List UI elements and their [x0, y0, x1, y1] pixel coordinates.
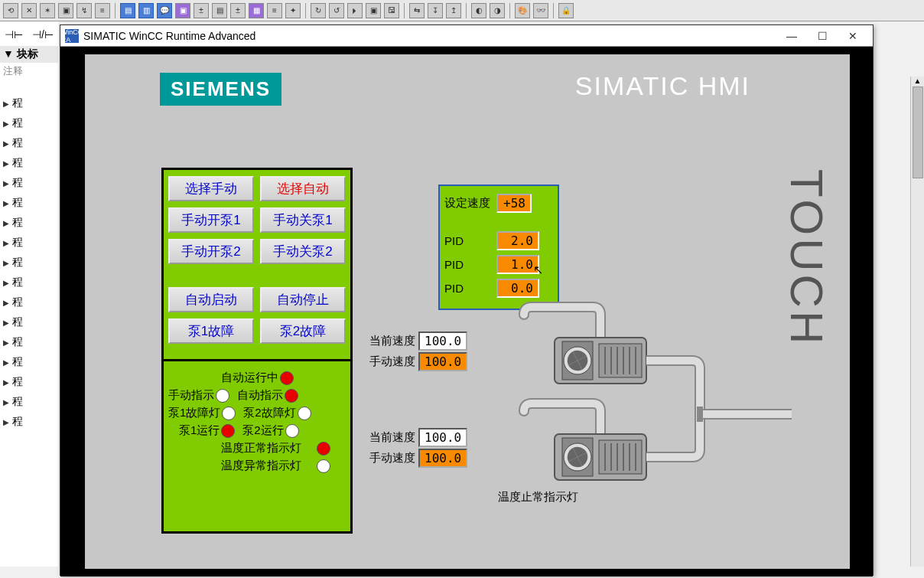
block-tree: ▼ 块标 注释 ▶程 ▶程 ▶程 ▶程 ▶程 ▶程 ▶程 ▶程 ▶程 ▶程 ▶程…	[0, 46, 58, 567]
pump1-manspeed-field[interactable]: 100.0	[418, 352, 467, 371]
ruler: ⊣⊢ ⊣/⊢	[0, 21, 58, 47]
temp-normal-label: 温度正常指示灯	[221, 441, 301, 456]
manual-close-pump2-button[interactable]: 手动关泵2	[260, 239, 346, 264]
tool-icon[interactable]: 💬	[157, 3, 172, 18]
tree-item[interactable]: ▶程	[0, 412, 58, 432]
tree-item[interactable]: ▶程	[0, 93, 58, 113]
auto-ind-led	[285, 389, 298, 403]
set-speed-field[interactable]: +58	[496, 194, 532, 213]
tool-icon[interactable]: ▣	[58, 3, 73, 18]
temp-status-label: 温度止常指示灯	[498, 490, 578, 505]
tool-icon[interactable]: ▣	[175, 3, 190, 18]
tool-icon[interactable]: ▤	[212, 3, 227, 18]
tree-item[interactable]: ▶程	[0, 113, 58, 133]
tool-icon[interactable]: ±	[194, 3, 209, 18]
minimize-button[interactable]: ―	[776, 27, 807, 45]
status-row: 泵1故障灯 泵2故障灯	[168, 404, 346, 422]
pid-p-field[interactable]: 2.0	[496, 231, 539, 250]
pump1-fault-lamp-label: 泵1故障灯	[168, 406, 220, 420]
pump2-fault-led	[298, 407, 311, 420]
tool-icon[interactable]: ⏵	[347, 3, 363, 18]
tool-icon[interactable]: ✶	[40, 3, 55, 18]
app-icon: WinCC RA	[65, 29, 79, 43]
tool-icon[interactable]: ⟲	[3, 3, 18, 18]
manual-open-pump1-button[interactable]: 手动开泵1	[168, 207, 254, 233]
tree-item[interactable]: ▶程	[0, 173, 58, 193]
product-label: SIMATIC HMI	[575, 71, 750, 101]
temp-normal-led	[317, 442, 330, 456]
pump2-manspeed-label: 手动速度	[360, 451, 415, 465]
manual-open-pump2-button[interactable]: 手动开泵2	[168, 239, 254, 264]
manual-ind-label: 手动指示	[168, 388, 214, 403]
tree-item[interactable]: ▶程	[0, 213, 58, 233]
tool-icon[interactable]: ↥	[446, 3, 461, 18]
tree-item[interactable]: ▶程	[0, 253, 58, 273]
tool-icon[interactable]: ✕	[21, 3, 37, 18]
tool-icon[interactable]: ◑	[490, 3, 505, 18]
pid-p-label: PID	[444, 234, 492, 247]
runtime-window: WinCC RA SIMATIC WinCC Runtime Advanced …	[60, 24, 874, 576]
tool-icon[interactable]: ↻	[311, 3, 326, 18]
pump2-fault-lamp-label: 泵2故障灯	[243, 406, 295, 420]
tool-icon[interactable]: ▥	[138, 3, 154, 18]
tool-icon[interactable]: 🖫	[384, 3, 399, 18]
tree-header[interactable]: ▼ 块标	[0, 46, 58, 63]
tree-item[interactable]: ▶程	[0, 352, 58, 372]
tool-icon[interactable]: ≡	[267, 3, 282, 18]
auto-start-button[interactable]: 自动启动	[168, 287, 254, 312]
tool-icon[interactable]: 🔒	[558, 3, 574, 18]
tree-item[interactable]: ▶程	[0, 133, 58, 153]
tree-item[interactable]: ▶程	[0, 332, 58, 352]
tool-icon[interactable]: ≡	[95, 3, 110, 18]
tool-icon[interactable]: ◐	[471, 3, 486, 18]
tree-item[interactable]: ▶程	[0, 312, 58, 332]
main-toolbar: ⟲ ✕ ✶ ▣ ↯ ≡ ▤ ▥ 💬 ▣ ± ▤ ± ▦ ≡ ✦ ↻ ↺ ⏵ ▣ …	[0, 0, 924, 21]
pid-i-field[interactable]: 1.0	[496, 255, 539, 274]
maximize-button[interactable]: ☐	[807, 27, 838, 45]
tool-icon[interactable]: ↯	[76, 3, 92, 18]
tree-item[interactable]: ▶程	[0, 193, 58, 213]
tree-item[interactable]: ▶程	[0, 233, 58, 253]
tool-icon[interactable]: ±	[230, 3, 246, 18]
vertical-scrollbar[interactable]: ▲	[910, 77, 924, 567]
pump2-curspeed-field[interactable]: 100.0	[418, 428, 467, 447]
tree-item[interactable]: ▶程	[0, 273, 58, 292]
select-manual-button[interactable]: 选择手动	[168, 176, 254, 201]
auto-running-label: 自动运行中	[221, 371, 278, 385]
manual-close-pump1-button[interactable]: 手动关泵1	[260, 207, 346, 233]
scrollbar-thumb[interactable]	[913, 87, 923, 178]
tool-icon[interactable]: ▤	[120, 3, 135, 18]
select-auto-button[interactable]: 选择自动	[260, 176, 346, 201]
tool-icon[interactable]: ▣	[366, 3, 381, 18]
pump2-fault-button[interactable]: 泵2故障	[260, 318, 346, 344]
tool-icon[interactable]: 🎨	[515, 3, 530, 18]
status-row: 温度异常指示灯	[168, 457, 346, 475]
pump1-curspeed-label: 当前速度	[360, 334, 415, 348]
pump1-run-led	[221, 424, 235, 438]
pump1-fault-button[interactable]: 泵1故障	[168, 318, 254, 344]
tool-icon[interactable]: ✦	[285, 3, 301, 18]
tool-icon[interactable]: ↧	[428, 3, 443, 18]
pump2-manspeed-field[interactable]: 100.0	[418, 449, 467, 468]
tree-item[interactable]: ▶程	[0, 153, 58, 173]
tool-icon[interactable]: ↺	[329, 3, 344, 18]
tree-item[interactable]: ▶程	[0, 292, 58, 312]
tool-icon[interactable]: ⇆	[409, 3, 425, 18]
tree-item[interactable]: ▶程	[0, 392, 58, 412]
pump1-curspeed-field[interactable]: 100.0	[418, 331, 467, 351]
tool-icon[interactable]: ▦	[249, 3, 264, 18]
pump1-run-label: 泵1运行	[179, 423, 220, 438]
close-button[interactable]: ✕	[838, 27, 868, 45]
status-row: 温度正常指示灯	[168, 439, 346, 457]
status-row: 泵1运行 泵2运行	[168, 422, 346, 439]
set-speed-label: 设定速度	[444, 196, 492, 211]
auto-stop-button[interactable]: 自动停止	[260, 287, 346, 312]
tool-icon[interactable]: 👓	[533, 3, 548, 18]
pump1-fault-led	[222, 407, 236, 420]
tree-item[interactable]: ▶程	[0, 372, 58, 392]
pid-d-field[interactable]: 0.0	[496, 279, 539, 298]
auto-running-led	[280, 371, 294, 385]
manual-ind-led	[216, 389, 229, 403]
auto-ind-label: 自动指示	[237, 388, 283, 403]
pid-panel: 设定速度 +58 PID 2.0 PID 1.0 PID 0.0	[438, 185, 559, 310]
